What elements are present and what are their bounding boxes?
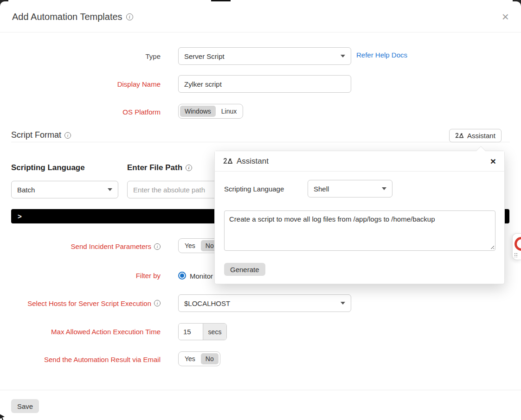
script-format-heading-text: Script Format — [11, 130, 61, 140]
terminal-prompt-icon: > — [18, 212, 22, 220]
drag-handle-dots-icon[interactable] — [514, 253, 518, 257]
select-hosts-label: Select Hosts for Server Script Execution… — [11, 294, 161, 312]
filter-monitor-radio[interactable] — [178, 272, 186, 280]
max-execution-time-label: Max Allowed Action Execution Time — [11, 323, 161, 340]
send-incident-parameters-label-text: Send Incident Parameters — [71, 242, 151, 250]
chevron-down-icon — [108, 188, 112, 191]
email-result-no[interactable]: No — [201, 353, 219, 364]
scripting-language-select-value: Batch — [17, 186, 35, 194]
file-path-heading: Enter File Path i — [127, 163, 192, 172]
filter-by-label: Filter by — [11, 267, 161, 283]
add-automation-templates-dialog: Add Automation Templates i × Type Server… — [0, 1, 521, 420]
chevron-down-icon — [341, 55, 345, 57]
generate-button[interactable]: Generate — [224, 263, 265, 276]
chevron-down-icon — [341, 302, 345, 305]
type-label-text: Type — [145, 52, 161, 60]
zia-assistant-icon — [223, 158, 233, 165]
display-name-input[interactable] — [178, 75, 351, 93]
assistant-prompt-wrap: Create a script to move all log files fr… — [224, 210, 495, 251]
os-option-windows[interactable]: Windows — [180, 106, 216, 117]
email-result-label-text: Send the Automation Result via Email — [44, 356, 161, 363]
type-label: Type — [11, 47, 161, 65]
os-platform-label-text: OS Platform — [122, 108, 161, 116]
dialog-header: Add Automation Templates i × — [0, 1, 521, 32]
record-ring-icon — [515, 237, 521, 251]
scripting-language-select[interactable]: Batch — [11, 181, 118, 198]
footer-divider — [0, 390, 521, 390]
max-execution-time-input[interactable] — [179, 324, 203, 340]
dialog-title-text: Add Automation Templates — [12, 12, 122, 22]
os-option-linux[interactable]: Linux — [217, 106, 241, 117]
assistant-button[interactable]: Assistant — [449, 129, 502, 142]
assistant-scripting-language-label: Scripting Language — [224, 185, 308, 193]
scripting-language-heading-text: Scripting Language — [11, 163, 85, 172]
dialog-title: Add Automation Templates i — [12, 12, 133, 22]
file-path-info-icon[interactable]: i — [186, 165, 192, 171]
title-info-icon[interactable]: i — [126, 13, 133, 20]
zia-assistant-icon — [455, 133, 464, 139]
dialog-close-icon[interactable]: × — [502, 11, 509, 23]
email-result-toggle: Yes No — [178, 351, 220, 366]
os-platform-toggle: Windows Linux — [178, 104, 243, 119]
assistant-scripting-language-value: Shell — [314, 185, 329, 193]
send-incident-info-icon[interactable]: i — [154, 243, 161, 250]
max-execution-time-unit: secs — [203, 324, 226, 340]
chevron-down-icon — [382, 187, 386, 190]
display-name-label-text: Display Name — [117, 80, 161, 88]
email-result-yes[interactable]: Yes — [180, 353, 200, 364]
type-select[interactable]: Server Script — [178, 47, 351, 65]
send-incident-parameters-label: Send Incident Parameters i — [11, 238, 161, 255]
select-hosts-select[interactable]: $LOCALHOST — [178, 294, 351, 312]
assistant-popup-close-icon[interactable]: × — [490, 156, 496, 166]
assistant-scripting-language-select[interactable]: Shell — [308, 180, 392, 197]
os-platform-label: OS Platform — [11, 104, 161, 120]
assistant-button-label: Assistant — [467, 132, 495, 140]
max-execution-time-label-text: Max Allowed Action Execution Time — [51, 328, 161, 336]
script-format-info-icon[interactable]: i — [64, 132, 71, 139]
file-path-heading-text: Enter File Path — [127, 163, 182, 172]
scripting-language-heading: Scripting Language — [11, 163, 85, 172]
select-hosts-info-icon[interactable]: i — [154, 300, 161, 306]
script-format-heading: Script Format i — [11, 130, 71, 140]
select-hosts-label-text: Select Hosts for Server Script Execution — [27, 299, 151, 307]
select-hosts-select-value: $LOCALHOST — [184, 299, 230, 307]
assistant-prompt-textarea[interactable]: Create a script to move all log files fr… — [224, 210, 495, 251]
floating-widget[interactable] — [512, 233, 521, 260]
assistant-popup-title: Assistant — [237, 157, 269, 166]
filter-by-label-text: Filter by — [136, 272, 161, 280]
max-execution-time-group: secs — [178, 323, 227, 340]
type-select-value: Server Script — [184, 52, 225, 60]
assistant-scripting-language-row: Scripting Language Shell — [224, 180, 495, 197]
refer-help-docs-link[interactable]: Refer Help Docs — [356, 51, 407, 59]
filter-monitor-radio-label[interactable]: Monitor — [190, 272, 213, 280]
email-result-label: Send the Automation Result via Email — [11, 351, 161, 368]
send-incident-yes[interactable]: Yes — [180, 240, 200, 251]
assistant-popup: Assistant × Scripting Language Shell Cre… — [214, 151, 505, 284]
script-format-divider — [11, 142, 510, 142]
assistant-popup-header: Assistant × — [215, 151, 504, 172]
display-name-label: Display Name — [11, 75, 161, 93]
mouse-cursor-icon — [0, 413, 6, 420]
save-button[interactable]: Save — [11, 399, 39, 413]
